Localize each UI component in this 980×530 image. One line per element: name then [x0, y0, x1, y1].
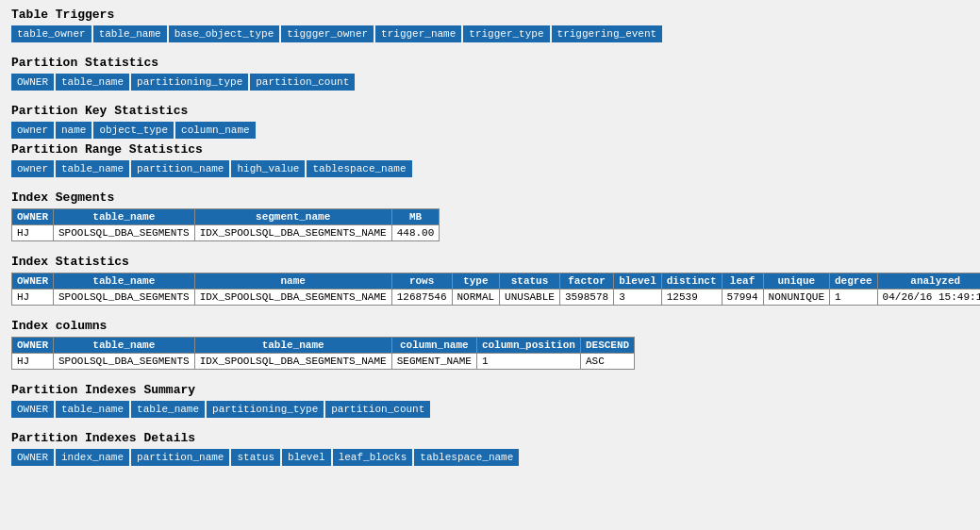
index-columns-table: OWNERtable_nametable_namecolumn_namecolu…: [11, 337, 635, 370]
index-statistics-section: Index Statistics OWNERtable_namenamerows…: [11, 255, 969, 306]
table-cell: IDX_SPOOLSQL_DBA_SEGMENTS_NAME: [194, 225, 391, 241]
header-cell: triggering_event: [552, 25, 663, 42]
header-cell: trigger_name: [375, 25, 461, 42]
table-cell: SPOOLSQL_DBA_SEGMENTS: [54, 354, 195, 370]
table-cell: SPOOLSQL_DBA_SEGMENTS: [54, 290, 195, 306]
column-header: table_name: [54, 273, 195, 290]
column-header: OWNER: [12, 209, 54, 225]
header-cell: owner: [11, 160, 54, 177]
table-cell: NORMAL: [452, 290, 500, 306]
partition-indexes-details-title: Partition Indexes Details: [11, 431, 969, 445]
column-header: DESCEND: [580, 338, 634, 354]
index-segments-thead: OWNERtable_namesegment_nameMB: [12, 209, 440, 225]
table-cell: 3: [614, 290, 662, 306]
column-header: degree: [830, 273, 878, 290]
column-header: OWNER: [12, 273, 54, 290]
table-cell: 04/26/16 15:49:15: [877, 290, 980, 306]
index-columns-tbody: HJSPOOLSQL_DBA_SEGMENTSIDX_SPOOLSQL_DBA_…: [12, 354, 635, 370]
column-header: segment_name: [194, 209, 391, 225]
table-row: HJSPOOLSQL_DBA_SEGMENTSIDX_SPOOLSQL_DBA_…: [12, 225, 440, 241]
header-cell: column_name: [175, 122, 256, 139]
partition-statistics-headers: OWNERtable_namepartitioning_typepartitio…: [11, 74, 969, 91]
table-cell: SPOOLSQL_DBA_SEGMENTS: [54, 225, 195, 241]
header-cell: base_object_type: [169, 25, 280, 42]
header-cell: high_value: [231, 160, 305, 177]
header-cell: index_name: [56, 449, 129, 466]
index-segments-title: Index Segments: [11, 190, 969, 205]
partition-range-statistics-title: Partition Range Statistics: [11, 142, 969, 157]
index-columns-title: Index columns: [11, 319, 969, 333]
header-cell: table_name: [56, 74, 129, 91]
column-header: distinct: [661, 273, 722, 290]
table-triggers-title: Table Triggers: [11, 8, 969, 22]
index-segments-tbody: HJSPOOLSQL_DBA_SEGMENTSIDX_SPOOLSQL_DBA_…: [12, 225, 440, 241]
column-header: MB: [391, 209, 440, 225]
header-cell: tiggger_owner: [281, 25, 374, 42]
header-cell: table_name: [131, 401, 205, 418]
partition-range-statistics-headers: ownertable_namepartition_namehigh_valuet…: [11, 160, 969, 177]
column-header: table_name: [194, 338, 391, 354]
table-cell: 12687546: [391, 290, 452, 306]
partition-indexes-summary-title: Partition Indexes Summary: [11, 383, 969, 397]
table-row: HJSPOOLSQL_DBA_SEGMENTSIDX_SPOOLSQL_DBA_…: [12, 354, 635, 370]
table-row: HJSPOOLSQL_DBA_SEGMENTSIDX_SPOOLSQL_DBA_…: [12, 290, 981, 306]
partition-indexes-details-section: Partition Indexes Details OWNERindex_nam…: [11, 431, 969, 466]
partition-indexes-summary-headers: OWNERtable_nametable_namepartitioning_ty…: [11, 401, 969, 418]
partition-statistics-section: Partition Statistics OWNERtable_namepart…: [11, 56, 969, 91]
table-triggers-headers: table_ownertable_namebase_object_typetig…: [11, 25, 969, 42]
partition-statistics-title: Partition Statistics: [11, 56, 969, 70]
index-columns-section: Index columns OWNERtable_nametable_namec…: [11, 319, 969, 370]
table-cell: NONUNIQUE: [763, 290, 829, 306]
table-cell: IDX_SPOOLSQL_DBA_SEGMENTS_NAME: [194, 290, 391, 306]
index-statistics-title: Index Statistics: [11, 255, 969, 269]
column-header: status: [500, 273, 560, 290]
partition-indexes-details-headers: OWNERindex_namepartition_namestatusbleve…: [11, 449, 969, 466]
column-header: column_name: [391, 338, 476, 354]
index-segments-table: OWNERtable_namesegment_nameMB HJSPOOLSQL…: [11, 208, 440, 241]
index-segments-header-row: OWNERtable_namesegment_nameMB: [12, 209, 440, 225]
header-cell: status: [231, 449, 280, 466]
index-columns-header-row: OWNERtable_nametable_namecolumn_namecolu…: [12, 338, 635, 354]
partition-key-statistics-headers: ownernameobject_typecolumn_name: [11, 122, 969, 139]
header-cell: partition_count: [250, 74, 355, 91]
column-header: column_position: [476, 338, 580, 354]
header-cell: leaf_blocks: [333, 449, 413, 466]
header-cell: table_name: [56, 401, 129, 418]
header-cell: object_type: [93, 122, 174, 139]
index-segments-section: Index Segments OWNERtable_namesegment_na…: [11, 190, 969, 241]
table-cell: 57994: [722, 290, 763, 306]
column-header: rows: [391, 273, 452, 290]
header-cell: table_name: [93, 25, 167, 42]
column-header: type: [452, 273, 500, 290]
table-cell: 1: [476, 354, 580, 370]
header-cell: partition_name: [131, 160, 229, 177]
partition-key-statistics-title: Partition Key Statistics: [11, 104, 969, 118]
header-cell: partition_count: [325, 401, 430, 418]
header-cell: trigger_type: [463, 25, 549, 42]
column-header: table_name: [54, 338, 195, 354]
header-cell: partitioning_type: [207, 401, 324, 418]
index-statistics-tbody: HJSPOOLSQL_DBA_SEGMENTSIDX_SPOOLSQL_DBA_…: [12, 290, 981, 306]
column-header: OWNER: [12, 338, 54, 354]
table-cell: 12539: [661, 290, 722, 306]
header-cell: tablespace_name: [414, 449, 519, 466]
table-cell: HJ: [12, 290, 54, 306]
column-header: unique: [763, 273, 829, 290]
header-cell: name: [56, 122, 91, 139]
column-header: blevel: [614, 273, 662, 290]
column-header: leaf: [722, 273, 763, 290]
header-cell: owner: [11, 122, 54, 139]
table-cell: SEGMENT_NAME: [391, 354, 476, 370]
index-statistics-header-row: OWNERtable_namenamerowstypestatusfactorb…: [12, 273, 981, 290]
header-cell: table_name: [56, 160, 129, 177]
table-triggers-section: Table Triggers table_ownertable_namebase…: [11, 8, 969, 42]
table-cell: IDX_SPOOLSQL_DBA_SEGMENTS_NAME: [194, 354, 391, 370]
partition-key-statistics-section: Partition Key Statistics ownernameobject…: [11, 104, 969, 177]
index-statistics-thead: OWNERtable_namenamerowstypestatusfactorb…: [12, 273, 981, 290]
table-cell: UNUSABLE: [500, 290, 560, 306]
index-columns-thead: OWNERtable_nametable_namecolumn_namecolu…: [12, 338, 635, 354]
partition-indexes-summary-section: Partition Indexes Summary OWNERtable_nam…: [11, 383, 969, 418]
table-cell: 1: [830, 290, 878, 306]
header-cell: blevel: [282, 449, 331, 466]
index-statistics-table: OWNERtable_namenamerowstypestatusfactorb…: [11, 273, 980, 306]
